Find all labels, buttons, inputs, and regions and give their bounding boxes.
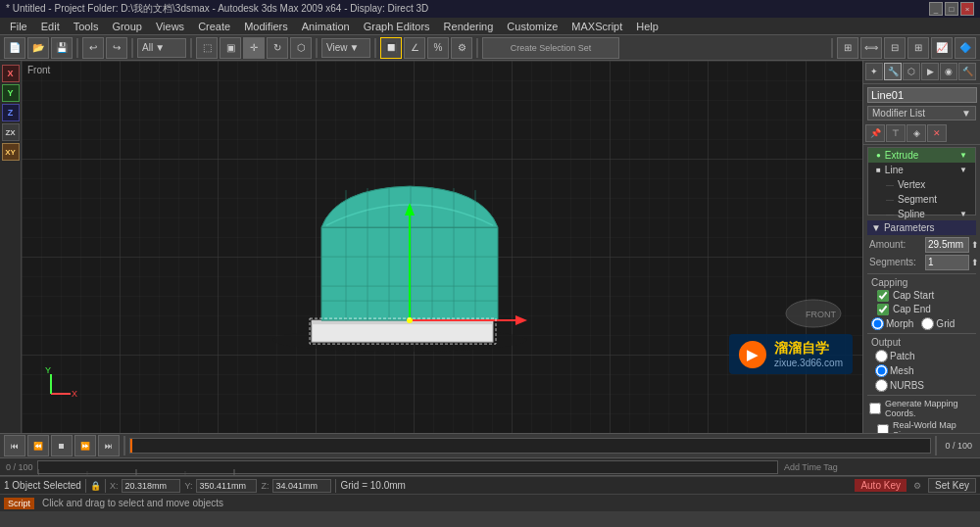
- motion-panel-icon[interactable]: ▶: [921, 63, 939, 80]
- menu-create[interactable]: Create: [192, 20, 236, 33]
- axis-z-btn[interactable]: Z: [2, 104, 20, 121]
- create-panel-icon[interactable]: ✦: [865, 63, 883, 80]
- modifier-extrude[interactable]: ● Extrude ▼: [868, 148, 975, 163]
- angle-snap[interactable]: ∠: [404, 37, 425, 59]
- last-frame-button[interactable]: ⏭: [98, 435, 120, 456]
- view-dropdown[interactable]: View ▼: [321, 38, 370, 58]
- timeline-slider[interactable]: [129, 438, 931, 454]
- close-button[interactable]: ×: [960, 2, 974, 16]
- modifier-segment[interactable]: — Segment: [868, 192, 975, 207]
- grid-option[interactable]: Grid: [921, 317, 955, 330]
- gen-mapping-checkbox[interactable]: [869, 403, 881, 414]
- morph-radio[interactable]: [871, 317, 884, 330]
- play-button[interactable]: ⏮: [4, 435, 25, 456]
- snap-toggle[interactable]: 🔲: [380, 37, 402, 59]
- menu-animation[interactable]: Animation: [296, 20, 356, 33]
- mirror-button[interactable]: ⟺: [860, 37, 882, 59]
- axis-y-btn[interactable]: Y: [2, 84, 20, 102]
- select-filter-dropdown[interactable]: All ▼: [137, 38, 186, 58]
- pin-stack-icon[interactable]: 📌: [865, 124, 885, 142]
- rotate-button[interactable]: ↻: [267, 37, 288, 59]
- spinner-snap[interactable]: ⚙: [451, 37, 472, 59]
- align-button[interactable]: ⊟: [884, 37, 906, 59]
- selection-lock[interactable]: Create Selection Set: [482, 37, 619, 59]
- axis-xy-btn[interactable]: XY: [2, 143, 20, 161]
- menu-edit[interactable]: Edit: [35, 20, 66, 33]
- object-name-input[interactable]: [867, 87, 977, 103]
- hierarchy-panel-icon[interactable]: ⬡: [903, 63, 920, 80]
- menu-file[interactable]: File: [4, 20, 33, 33]
- select-button[interactable]: ⬚: [196, 37, 218, 59]
- segments-input[interactable]: [925, 255, 969, 270]
- modifier-line[interactable]: ■ Line ▼: [868, 163, 975, 177]
- parameters-header[interactable]: ▼ Parameters: [867, 220, 976, 235]
- script-label[interactable]: Script: [4, 498, 34, 509]
- utilities-panel-icon[interactable]: 🔨: [958, 63, 976, 80]
- modifier-vertex[interactable]: — Vertex: [868, 177, 975, 192]
- menu-modifiers[interactable]: Modifiers: [238, 20, 294, 33]
- mesh-option[interactable]: Mesh: [867, 363, 976, 378]
- timeline-bar[interactable]: [37, 460, 778, 474]
- prev-frame-button[interactable]: ⏪: [27, 435, 49, 456]
- animation-toolbar: ⏮ ⏪ ⏹ ⏩ ⏭ 0 / 100: [0, 433, 980, 458]
- axis-x-btn[interactable]: X: [2, 65, 20, 82]
- redo-button[interactable]: ↪: [106, 37, 127, 59]
- next-frame-button[interactable]: ⏩: [74, 435, 96, 456]
- modifier-list-dropdown[interactable]: Modifier List ▼: [867, 106, 976, 120]
- key-filters-btn[interactable]: ⚙: [910, 481, 924, 491]
- menu-graph-editors[interactable]: Graph Editors: [358, 20, 436, 33]
- morph-option[interactable]: Morph: [871, 317, 913, 330]
- menu-maxscript[interactable]: MAXScript: [565, 20, 628, 33]
- scale-button[interactable]: ⬡: [290, 37, 312, 59]
- modify-panel-icon[interactable]: 🔧: [884, 63, 902, 80]
- viewport[interactable]: Front: [22, 61, 862, 433]
- nurbs-radio[interactable]: [875, 379, 888, 392]
- undo-button[interactable]: ↩: [82, 37, 104, 59]
- new-button[interactable]: 📄: [4, 37, 25, 59]
- display-panel-icon[interactable]: ◉: [940, 63, 957, 80]
- cap-start-checkbox[interactable]: [877, 290, 889, 302]
- patch-option[interactable]: Patch: [867, 349, 976, 363]
- patch-radio[interactable]: [875, 350, 888, 362]
- axis-zx-btn[interactable]: ZX: [2, 123, 20, 141]
- schematic-view[interactable]: 🔷: [955, 37, 976, 59]
- add-time-tag-btn[interactable]: Add Time Tag: [784, 462, 838, 472]
- toolbar-sep7: [831, 38, 833, 58]
- menu-rendering[interactable]: Rendering: [438, 20, 500, 33]
- menu-views[interactable]: Views: [150, 20, 190, 33]
- mesh-radio[interactable]: [875, 364, 888, 377]
- menu-help[interactable]: Help: [630, 20, 664, 33]
- cap-end-checkbox[interactable]: [877, 304, 889, 315]
- menu-group[interactable]: Group: [106, 20, 148, 33]
- select-region-button[interactable]: ▣: [220, 37, 241, 59]
- layer-manager[interactable]: ⊞: [907, 37, 929, 59]
- real-world-row: Real-World Map Size: [867, 419, 976, 433]
- minimize-button[interactable]: _: [929, 2, 943, 16]
- make-unique-icon[interactable]: ◈: [906, 124, 926, 142]
- amount-spinner[interactable]: ⬆⬇: [971, 240, 980, 250]
- real-world-checkbox[interactable]: [877, 424, 889, 433]
- open-button[interactable]: 📂: [27, 37, 49, 59]
- curve-editor[interactable]: 📈: [931, 37, 953, 59]
- x-coord-input[interactable]: [122, 479, 180, 493]
- z-coord-input[interactable]: [272, 479, 331, 493]
- y-coord-input[interactable]: [196, 479, 257, 493]
- show-end-icon[interactable]: ⊤: [886, 124, 906, 142]
- menu-tools[interactable]: Tools: [68, 20, 105, 33]
- remove-mod-icon[interactable]: ✕: [927, 124, 947, 142]
- auto-key-btn[interactable]: Auto Key: [855, 479, 906, 492]
- window-controls: _ □ ×: [929, 2, 974, 16]
- maximize-button[interactable]: □: [945, 2, 958, 16]
- timeline-bar-area: 0 / 100: [4, 460, 780, 474]
- grid-radio[interactable]: [921, 317, 934, 330]
- nurbs-option[interactable]: NURBS: [867, 378, 976, 393]
- segments-spinner[interactable]: ⬆⬇: [971, 258, 980, 267]
- move-button[interactable]: ✛: [243, 37, 265, 59]
- amount-input[interactable]: [925, 237, 969, 253]
- percent-snap[interactable]: %: [427, 37, 449, 59]
- named-selection-sets[interactable]: ⊞: [837, 37, 858, 59]
- stop-button[interactable]: ⏹: [51, 435, 73, 456]
- save-button[interactable]: 💾: [51, 37, 73, 59]
- set-key-btn[interactable]: Set Key: [928, 478, 976, 493]
- menu-customize[interactable]: Customize: [501, 20, 564, 33]
